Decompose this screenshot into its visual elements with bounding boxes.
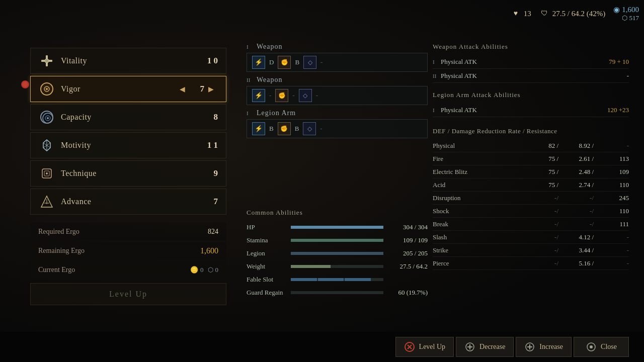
def-acid-values: 75 / 2.74 / 110	[483, 181, 629, 189]
legion-arm-label: Legion Arm	[257, 109, 296, 117]
technique-value: 9	[203, 168, 218, 178]
ability-hp-fill	[291, 226, 383, 229]
weapon-1-grade-left: D	[269, 58, 274, 66]
def-pierce-v2: 5.16 /	[569, 259, 594, 267]
def-electric-v2: 2.48 /	[569, 168, 594, 176]
def-slash-v1: -/	[533, 233, 558, 241]
ergo-main: ◉ 1,600	[613, 5, 639, 14]
weapon-attack-tier-2: II	[433, 73, 441, 79]
ability-stamina: Stamina 109 / 109	[247, 234, 428, 247]
weapon-attack-value-2: -	[627, 72, 629, 80]
vitality-label: Vitality	[61, 56, 203, 65]
def-acid-label: Acid	[433, 181, 483, 189]
ergo-icon2: ⬡	[208, 266, 213, 274]
stat-row-advance[interactable]: Advance 7	[30, 189, 226, 215]
weapon-1-label: Weapon	[257, 43, 283, 51]
increase-label: Increase	[539, 343, 563, 351]
heart-icon: ♥	[511, 9, 521, 19]
weapon-2-label: Weapon	[257, 76, 283, 84]
stat-row-capacity[interactable]: Capacity 8	[30, 104, 226, 130]
weapon-attack-tier-1: I	[433, 59, 441, 65]
decrease-button[interactable]: Decrease	[456, 337, 514, 357]
vitality-value: 1 0	[203, 56, 218, 66]
required-ergo-row: Required Ergo 824	[30, 223, 226, 241]
vigor-decrease-arrow[interactable]: ◀	[180, 85, 185, 94]
stat-row-vigor[interactable]: Vigor ◀ 7 ▶	[30, 76, 226, 102]
def-acid-v1: 75 /	[533, 181, 558, 189]
def-fire-v2: 2.61 /	[569, 155, 594, 163]
weapon-1-num: I	[247, 44, 253, 50]
vigor-increase-arrow[interactable]: ▶	[208, 85, 214, 94]
current-ergo-val1: 0	[200, 266, 204, 274]
svg-point-2	[45, 59, 49, 63]
ability-stamina-bar	[291, 239, 383, 242]
def-slash-values: -/ 4.12 / -	[483, 233, 629, 241]
remaining-ergo-label: Remaining Ergo	[38, 247, 200, 255]
hud-health: ♥ 13	[511, 9, 531, 19]
def-break-values: -/ -/ 111	[483, 220, 629, 228]
def-electric-v1: 75 /	[533, 168, 558, 176]
def-shock-v2: -/	[569, 207, 594, 215]
weapon-1-dash: -	[320, 58, 323, 66]
vitality-icon	[39, 53, 55, 69]
current-ergo-group2: ⬡ 0	[208, 266, 219, 274]
svg-point-4	[46, 88, 48, 90]
increase-button[interactable]: Increase	[516, 337, 572, 357]
def-electric-label: Electric Blitz	[433, 168, 483, 176]
ability-weight-fill	[291, 265, 331, 268]
vigor-label: Vigor	[61, 84, 180, 94]
current-ergo-label: Current Ergo	[38, 266, 190, 274]
ability-fable: Fable Slot	[247, 273, 428, 286]
def-disruption-label: Disruption	[433, 194, 483, 202]
legion-attack-section: Legion Arm Attack Abilities I Physical A…	[433, 91, 629, 117]
stat-row-technique[interactable]: Technique 9	[30, 160, 226, 187]
legion-arm-grade-mid: B	[295, 125, 299, 133]
weapon-attack-value-1: 79 + 10	[609, 58, 629, 66]
def-pierce-label: Pierce	[433, 259, 483, 267]
required-ergo-label: Required Ergo	[38, 228, 208, 236]
legion-arm-num: I	[247, 110, 253, 116]
def-pierce-values: -/ 5.16 / -	[483, 259, 629, 267]
close-label: Close	[601, 343, 617, 351]
weapon-2-slots: ⚡ - ✊ - ◇ -	[247, 86, 428, 105]
level-up-button[interactable]: Level Up	[30, 283, 226, 305]
def-electric: Electric Blitz 75 / 2.48 / 109	[433, 165, 629, 178]
vigor-icon	[39, 81, 55, 97]
def-strike-v1: -/	[533, 246, 558, 254]
svg-point-28	[590, 345, 593, 348]
def-acid-v3: 110	[604, 181, 629, 189]
legion-arm-gem-slot: ◇	[303, 122, 316, 135]
weapon-2-header: II Weapon	[247, 76, 428, 84]
def-pierce-v3: -	[604, 259, 629, 267]
current-ergo-val2: 0	[215, 266, 219, 274]
ability-hp: HP 304 / 304	[247, 221, 428, 234]
level-up-button-bottom[interactable]: Level Up	[395, 337, 454, 357]
weapon-section-1: I Weapon ⚡ D ✊ B ◇ -	[247, 43, 428, 72]
weapon-attack-row-1: I Physical ATK 79 + 10	[433, 55, 629, 69]
legion-arm-grade-left: B	[269, 125, 274, 133]
ability-hp-label: HP	[247, 223, 287, 231]
weapon-2-gem-slot: ◇	[299, 89, 312, 102]
close-button[interactable]: Close	[574, 337, 629, 357]
def-physical-values: 82 / 8.92 / -	[483, 142, 629, 150]
stat-row-vitality[interactable]: Vitality 1 0	[30, 48, 226, 74]
ergo-icon1: 🪙	[190, 266, 198, 274]
ergo-main-value: 1,600	[622, 6, 639, 14]
current-ergo-row: Current Ergo 🪙 0 ⬡ 0	[30, 261, 226, 279]
weapon-section-2: II Weapon ⚡ - ✊ - ◇ -	[247, 76, 428, 105]
motivity-label: Motivity	[61, 141, 203, 150]
def-break-v3: 111	[604, 220, 629, 228]
def-slash-v3: -	[604, 233, 629, 241]
weapon-2-num: II	[247, 77, 253, 83]
hud-stamina: 🛡 27.5 / 64.2 (42%)	[539, 9, 605, 19]
increase-icon	[524, 341, 535, 352]
weapon-1-fist-slot: ✊	[278, 56, 291, 69]
stat-row-motivity[interactable]: Motivity 1 1	[30, 132, 226, 158]
capacity-icon	[39, 109, 55, 125]
capacity-label: Capacity	[61, 113, 203, 122]
technique-label: Technique	[61, 169, 203, 178]
def-break-v2: -/	[569, 220, 594, 228]
technique-icon	[39, 165, 55, 182]
ability-legion-fill	[291, 252, 383, 255]
def-break: Break -/ -/ 111	[433, 218, 629, 231]
